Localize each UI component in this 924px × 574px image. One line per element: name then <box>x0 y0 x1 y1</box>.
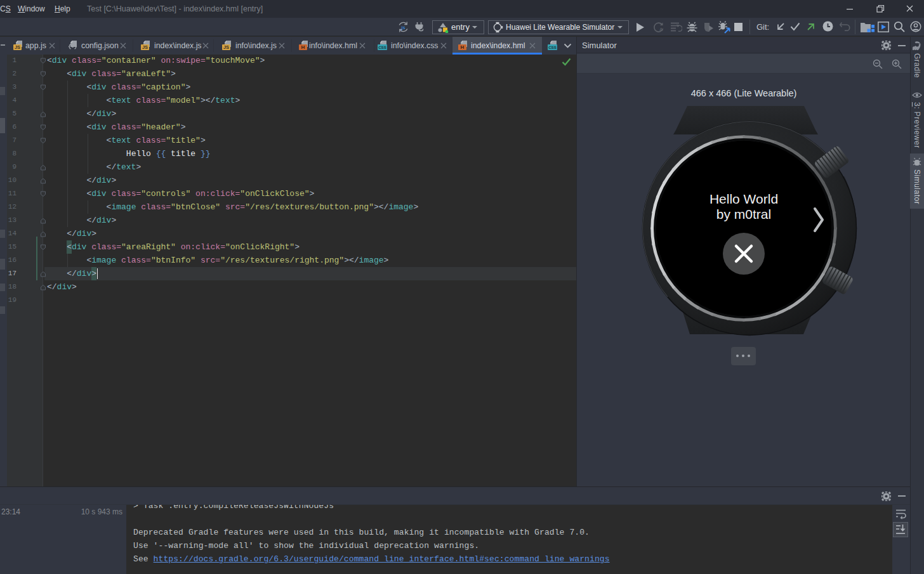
svg-text:by m0tral: by m0tral <box>716 207 771 221</box>
svg-text:js: js <box>401 25 406 30</box>
svg-text:H: H <box>461 44 465 50</box>
svg-text:A: A <box>659 27 663 32</box>
svg-text:JS: JS <box>223 44 229 50</box>
svg-text:JS: JS <box>142 44 148 50</box>
svg-text:H: H <box>301 44 305 50</box>
svg-text:CSS: CSS <box>548 45 557 49</box>
svg-text:Hello World: Hello World <box>710 192 778 206</box>
svg-text:CSS: CSS <box>378 45 386 49</box>
svg-text:JS: JS <box>15 44 20 50</box>
